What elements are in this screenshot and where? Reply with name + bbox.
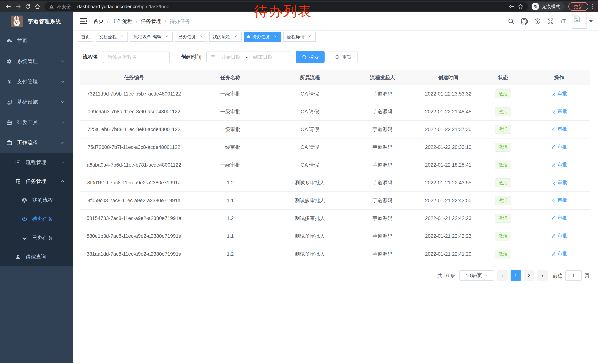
sidebar-item-process-management[interactable]: 流程管理 <box>0 153 73 172</box>
browser-update-button[interactable]: 更新 <box>568 2 588 11</box>
avatar[interactable] <box>572 14 587 29</box>
edit-pen-icon <box>551 127 556 132</box>
security-label[interactable]: 不安全 <box>57 4 71 10</box>
status-cell: 激活 <box>478 232 528 241</box>
bookmark-star-icon[interactable] <box>518 4 523 9</box>
sidebar-item-leave-query[interactable]: 请假查询 <box>0 247 73 266</box>
password-key-icon[interactable] <box>509 4 515 9</box>
close-icon[interactable]: × <box>233 34 238 40</box>
breadcrumb-task-management[interactable]: 任务管理 <box>141 18 162 25</box>
process-name-input[interactable] <box>103 51 170 63</box>
approve-button[interactable]: 审批 <box>551 144 567 150</box>
approve-button[interactable]: 审批 <box>551 179 567 186</box>
task-starter: 芋道源码 <box>347 197 418 204</box>
page-button-2[interactable]: 2 <box>524 270 534 281</box>
tab-process-detail[interactable]: 流程详情× <box>283 32 316 42</box>
action-cell: 审批 <box>528 179 590 186</box>
close-icon[interactable]: × <box>199 34 204 40</box>
face-icon <box>22 197 27 203</box>
status-cell: 激活 <box>478 161 528 170</box>
approve-button[interactable]: 审批 <box>551 126 567 132</box>
url-host: dashboard.yudao.iocoder.cn <box>77 4 138 9</box>
header-search-button[interactable] <box>508 18 515 25</box>
sidebar-item-system[interactable]: 系统管理 <box>0 51 73 72</box>
close-icon[interactable]: × <box>273 34 278 40</box>
reset-button[interactable]: 重置 <box>329 51 357 63</box>
task-id: 8f0d1619-7ac8-11ec-a9e2-a2380e71991a <box>80 180 187 186</box>
sidebar-item-label: 工作流程 <box>17 139 38 146</box>
address-bar[interactable]: 不安全 dashboard.yudao.iocoder.cn/bpm/task/… <box>44 2 528 11</box>
task-starter: 芋道源码 <box>347 126 418 133</box>
sidebar-item-label: 基础设施 <box>17 98 38 105</box>
approve-button[interactable]: 审批 <box>551 251 567 257</box>
task-id: 73211d9d-7b9b-11ec-b5b7-acde48001122 <box>80 91 187 97</box>
action-cell: 审批 <box>528 144 590 151</box>
close-icon[interactable]: × <box>307 34 312 40</box>
sidebar-collapse-icon[interactable] <box>80 18 87 25</box>
fullscreen-button[interactable] <box>547 18 554 25</box>
prev-page-button[interactable]: ‹ <box>497 270 507 281</box>
approve-button[interactable]: 审批 <box>551 197 567 203</box>
table-header: 任务编号 任务名称 所属流程 流程发起人 创建时间 状态 操作 <box>80 70 590 85</box>
tab-todo-tasks[interactable]: 待办任务× <box>244 32 281 42</box>
breadcrumb-workflow[interactable]: 工作流程 <box>112 18 133 25</box>
status-cell: 激活 <box>478 89 528 98</box>
next-page-button[interactable]: › <box>537 270 548 281</box>
end-date-input[interactable] <box>249 54 277 60</box>
github-link[interactable] <box>521 18 528 25</box>
tab-my-process[interactable]: 我的流程× <box>209 32 241 42</box>
tab-done-tasks[interactable]: 已办任务× <box>175 32 207 42</box>
sidebar-item-my-process[interactable]: 我的流程 <box>0 191 73 210</box>
incognito-badge: 无痕模式 <box>531 2 565 11</box>
tab-start-process[interactable]: 发起流程× <box>96 32 128 42</box>
browser-home-button[interactable] <box>33 2 42 11</box>
page-button-1[interactable]: 1 <box>511 270 521 281</box>
tab-home[interactable]: 首页 <box>78 32 93 42</box>
help-button[interactable] <box>534 18 541 25</box>
task-time: 2022-01-22 23:53:32 <box>418 91 478 97</box>
approve-button[interactable]: 审批 <box>551 215 567 221</box>
browser-forward-button[interactable] <box>13 2 23 11</box>
chevron-down-icon <box>60 79 65 84</box>
sidebar-item-workflow[interactable]: 工作流程 <box>0 133 73 153</box>
incognito-label: 无痕模式 <box>542 4 560 10</box>
approve-button[interactable]: 审批 <box>551 233 567 239</box>
close-icon[interactable]: × <box>164 34 169 40</box>
sidebar-item-todo-tasks[interactable]: 待办任务 <box>0 210 73 228</box>
page-size-select[interactable]: 10条/页 <box>459 270 494 281</box>
browser-reload-button[interactable] <box>23 2 33 11</box>
task-starter: 芋道源码 <box>347 233 418 239</box>
tab-process-form-edit[interactable]: 流程表单-编辑× <box>130 32 173 42</box>
goto-page-input[interactable] <box>565 270 582 281</box>
breadcrumb-home[interactable]: 首页 <box>93 18 104 25</box>
flow-tree-icon <box>15 178 21 184</box>
url-text: dashboard.yudao.iocoder.cn/bpm/task/todo <box>77 4 169 9</box>
sidebar-item-infrastructure[interactable]: 基础设施 <box>0 92 73 112</box>
font-size-button[interactable]: TT <box>560 18 566 24</box>
search-button[interactable]: 搜索 <box>296 51 324 63</box>
approve-button[interactable]: 审批 <box>551 162 567 168</box>
user-menu[interactable] <box>572 14 593 29</box>
sidebar-item-done-tasks[interactable]: 已办任务 <box>0 228 73 247</box>
approve-button[interactable]: 审批 <box>551 108 567 115</box>
start-date-input[interactable] <box>217 54 245 60</box>
task-id: 75d72608-7b7f-11ec-a3c8-acde48001122 <box>80 145 187 150</box>
search-icon <box>508 18 515 25</box>
task-time: 2022-01-22 21:48:48 <box>418 109 478 115</box>
sidebar-item-devtools[interactable]: 研发工具 <box>0 112 73 133</box>
date-range-picker[interactable]: - <box>206 51 290 63</box>
sidebar-item-task-management[interactable]: 任务管理 <box>0 172 73 191</box>
pagination-total: 共 16 条 <box>437 272 455 279</box>
sidebar-item-home[interactable]: 首页 <box>0 31 73 51</box>
edit-pen-icon <box>551 198 556 203</box>
task-time: 2022-01-21 22:42:23 <box>418 216 478 221</box>
app-logo[interactable]: 芋道管理系统 <box>0 12 73 31</box>
browser-back-button[interactable] <box>4 2 13 11</box>
edit-pen-icon <box>551 234 556 238</box>
browser-menu-button[interactable] <box>591 3 594 10</box>
action-cell: 审批 <box>528 126 590 133</box>
col-task-name: 任务名称 <box>187 74 273 81</box>
close-icon[interactable]: × <box>119 34 125 40</box>
sidebar-item-payment[interactable]: ¥ 支付管理 <box>0 72 73 92</box>
approve-button[interactable]: 审批 <box>551 90 567 97</box>
